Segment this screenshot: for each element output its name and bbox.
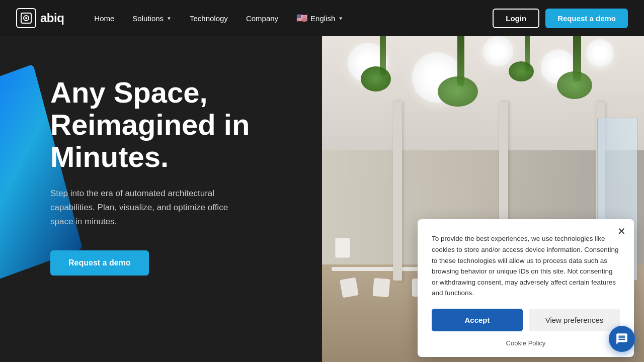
request-demo-hero-button[interactable]: Request a demo	[50, 250, 149, 276]
hero-subtitle: Step into the era of automated architect…	[50, 187, 252, 229]
view-preferences-button[interactable]: View preferences	[529, 309, 620, 331]
login-button[interactable]: Login	[493, 9, 539, 28]
chevron-down-icon: ▼	[338, 16, 343, 21]
hero-title: Any Space, Reimagined in Minutes.	[50, 76, 292, 172]
cookie-actions: Accept View preferences	[432, 309, 620, 331]
nav-home[interactable]: Home	[94, 14, 114, 23]
request-demo-nav-button[interactable]: Request a demo	[545, 9, 628, 28]
hero-content: Any Space, Reimagined in Minutes. Step i…	[0, 36, 322, 362]
nav-solutions[interactable]: Solutions ▼	[132, 14, 172, 23]
logo-text: abiq	[40, 11, 64, 25]
flag-icon: 🇺🇸	[296, 13, 307, 24]
accept-button[interactable]: Accept	[432, 309, 523, 331]
nav-technology[interactable]: Technology	[190, 14, 228, 23]
chat-icon	[615, 332, 628, 345]
svg-point-2	[25, 17, 27, 19]
cookie-close-button[interactable]: ✕	[617, 226, 626, 236]
navbar: abiq Home Solutions ▼ Technology Company…	[0, 0, 644, 36]
navbar-actions: Login Request a demo	[493, 9, 628, 28]
hero-section: Any Space, Reimagined in Minutes. Step i…	[0, 36, 644, 362]
language-selector[interactable]: 🇺🇸 English ▼	[296, 13, 343, 24]
chat-bubble-button[interactable]	[609, 326, 635, 352]
chevron-down-icon: ▼	[167, 16, 172, 21]
nav-company[interactable]: Company	[246, 14, 278, 23]
cookie-body-text: To provide the best experiences, we use …	[432, 233, 620, 299]
cookie-banner: ✕ To provide the best experiences, we us…	[418, 219, 634, 357]
logo-icon	[16, 8, 36, 28]
cookie-policy-link[interactable]: Cookie Policy	[432, 339, 620, 347]
main-nav: Home Solutions ▼ Technology Company 🇺🇸 E…	[94, 13, 493, 24]
logo[interactable]: abiq	[16, 8, 64, 28]
